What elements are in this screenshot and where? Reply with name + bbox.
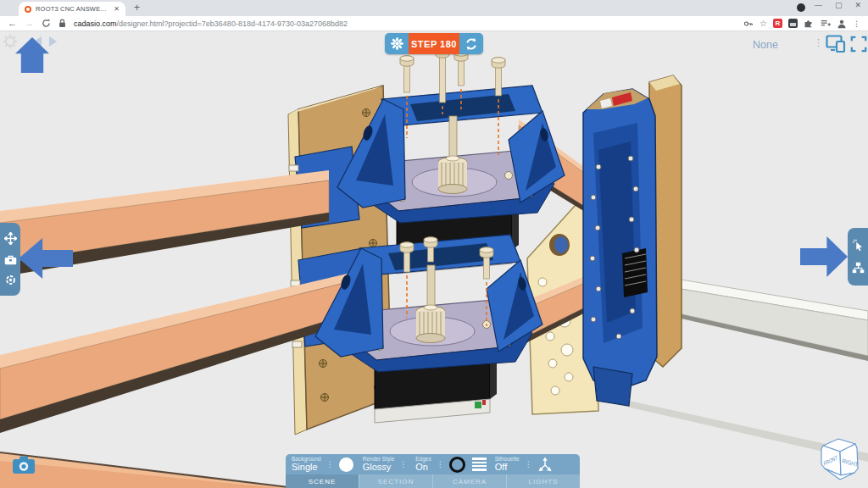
- background-color-swatch[interactable]: [339, 458, 353, 472]
- background-options-dots[interactable]: ⋮: [326, 461, 334, 469]
- cadasio-favicon-icon: [25, 6, 31, 13]
- turbine-logo-icon: [385, 33, 409, 54]
- render-style-options-dots[interactable]: ⋮: [399, 461, 407, 469]
- edges-options-dots[interactable]: ⋮: [437, 461, 444, 469]
- browser-menu-icon[interactable]: ⋮: [853, 19, 860, 28]
- extension-r-icon[interactable]: R: [773, 19, 782, 28]
- left-toolbar: [0, 223, 20, 296]
- silhouette-select[interactable]: Silhouette Off: [495, 457, 520, 473]
- tab-title: ROOT3 CNC ANSWERSANY - ca: [36, 5, 109, 13]
- next-faint-arrow-icon[interactable]: [49, 36, 57, 47]
- fullscreen-icon[interactable]: [850, 36, 867, 53]
- lock-icon: [58, 19, 66, 28]
- browser-profile-avatar[interactable]: [797, 3, 805, 12]
- model-3d-assembly[interactable]: [0, 31, 868, 488]
- forward-button[interactable]: →: [25, 19, 34, 28]
- edge-style-lines-icon[interactable]: [472, 458, 487, 471]
- background-select[interactable]: Background Single: [292, 457, 321, 473]
- url-text[interactable]: cadasio.com/designer.html?projectid=7eb3…: [74, 19, 736, 28]
- new-tab-button[interactable]: +: [134, 2, 140, 14]
- puzzle-extensions-icon[interactable]: [804, 19, 814, 29]
- move-tool-icon[interactable]: [4, 232, 17, 245]
- reading-list-icon[interactable]: [820, 19, 831, 29]
- silhouette-options-dots[interactable]: ⋮: [525, 461, 532, 469]
- extension-dark-icon[interactable]: [788, 19, 798, 28]
- edge-color-ring-icon[interactable]: [449, 457, 465, 473]
- browser-tab[interactable]: ROOT3 CNC ANSWERSANY - ca ✕: [19, 2, 125, 16]
- tab-camera[interactable]: CAMERA: [432, 474, 506, 488]
- profile-icon[interactable]: [837, 19, 847, 29]
- model-copper-rail-near-corner[interactable]: [0, 452, 288, 488]
- scene-tabs-row: SCENE SECTION CAMERA LIGHTS: [286, 474, 580, 488]
- select-pointer-icon[interactable]: [852, 239, 865, 252]
- edges-select[interactable]: Edges On: [415, 457, 431, 473]
- tab-lights[interactable]: LIGHTS: [506, 474, 580, 488]
- browser-address-bar[interactable]: ← → cadasio.com/designer.html?projectid=…: [0, 16, 868, 31]
- step-badge[interactable]: STEP 180: [385, 33, 483, 54]
- toolbox-icon[interactable]: [4, 254, 17, 265]
- key-icon[interactable]: [743, 19, 754, 29]
- tab-close-icon[interactable]: ✕: [114, 5, 120, 13]
- tools-settings-icon[interactable]: [4, 274, 17, 286]
- back-button[interactable]: ←: [8, 19, 17, 28]
- screenshot-camera-button[interactable]: [12, 455, 36, 475]
- window-minimize-button[interactable]: —: [815, 1, 822, 9]
- window-close-button[interactable]: ✕: [854, 1, 861, 9]
- url-path: /designer.html?projectid=7eb36480-818d-4…: [117, 19, 348, 28]
- app-window: ROOT3 CNC ANSWERSANY - ca ✕ + — ▢ ✕ ← → …: [0, 0, 868, 488]
- replay-step-icon[interactable]: [459, 33, 483, 54]
- model-right-gantry[interactable]: [583, 89, 657, 406]
- settings-gear-icon[interactable]: [3, 34, 18, 49]
- browser-tabstrip: ROOT3 CNC ANSWERSANY - ca ✕ + — ▢ ✕: [0, 0, 868, 16]
- responsive-preview-icon[interactable]: [826, 35, 848, 53]
- scene-controls-row: Background Single ⋮ Render Style Glossy …: [286, 454, 580, 474]
- reload-icon[interactable]: [42, 19, 51, 28]
- view-orientation-cube[interactable]: FRONT RIGHT: [812, 435, 865, 484]
- tab-scene[interactable]: SCENE: [286, 474, 359, 488]
- axes-triad-icon[interactable]: [537, 457, 553, 472]
- viewer-canvas[interactable]: STEP 180 None ⋮: [0, 31, 868, 488]
- right-toolbar: [848, 228, 868, 286]
- layout-overflow-dots[interactable]: ⋮: [814, 37, 823, 48]
- tab-section[interactable]: SECTION: [359, 474, 432, 488]
- render-style-select[interactable]: Render Style Glossy: [363, 457, 395, 473]
- layout-selector[interactable]: None: [753, 39, 778, 51]
- scene-toolbar: Background Single ⋮ Render Style Glossy …: [286, 454, 580, 488]
- step-label: STEP 180: [409, 33, 459, 54]
- parts-hierarchy-icon[interactable]: [852, 262, 865, 274]
- url-domain: cadasio.com: [74, 19, 117, 28]
- window-maximize-button[interactable]: ▢: [835, 1, 843, 9]
- bookmark-star-icon[interactable]: ☆: [760, 19, 767, 28]
